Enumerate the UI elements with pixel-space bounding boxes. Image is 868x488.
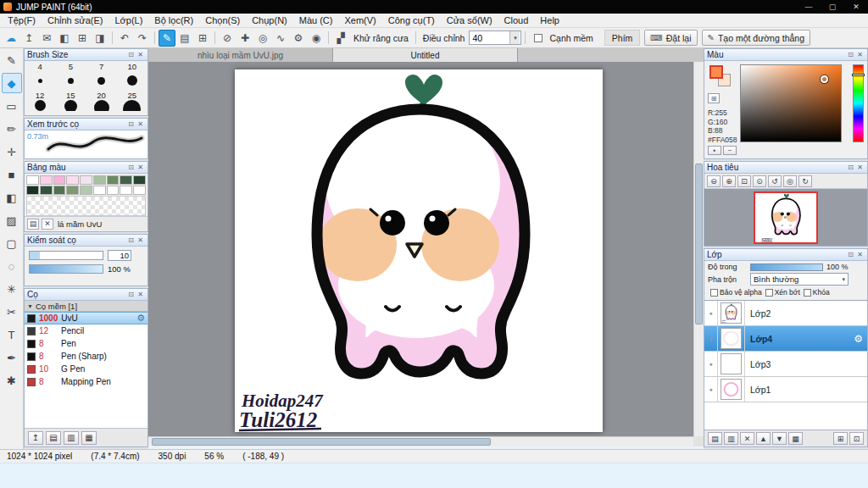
minimize-button[interactable]: —	[797, 0, 821, 14]
horizontal-scrollbar[interactable]	[148, 436, 693, 446]
navigator-area[interactable]	[704, 189, 867, 246]
palette-swatch[interactable]	[40, 175, 53, 185]
brush-mode-icon[interactable]: ✎	[159, 30, 175, 47]
add-brush-icon[interactable]: ▤	[46, 431, 61, 445]
eyedropper-tool-icon[interactable]: ✒	[2, 347, 22, 368]
panel-collapse-icon[interactable]: ⊡	[846, 164, 855, 171]
menu-cloud[interactable]: Cloud	[498, 15, 535, 25]
move-layer-down-icon[interactable]: ▼	[772, 432, 787, 445]
tab-untitled[interactable]: Untitled	[333, 48, 518, 62]
brush-row-pen-sharp[interactable]: 8 Pen (Sharp)	[25, 350, 147, 363]
palette-swatch[interactable]	[40, 186, 53, 195]
palette-swatch[interactable]	[80, 175, 92, 185]
color-marker[interactable]	[821, 75, 828, 83]
palette-swatch[interactable]	[26, 186, 39, 195]
menu-mau[interactable]: Màu (C)	[293, 15, 339, 25]
snap-curve-icon[interactable]: ∿	[272, 30, 289, 47]
duplicate-brush-icon[interactable]: ▥	[64, 431, 79, 445]
brush-size-value[interactable]: 12	[25, 90, 55, 100]
saturation-value-picker[interactable]	[740, 64, 842, 142]
grid-icon[interactable]: ⊞	[194, 30, 211, 47]
zoom-in-icon[interactable]: ⊕	[722, 175, 736, 187]
fill-rect-tool-icon[interactable]: ■	[2, 164, 22, 185]
panel-collapse-icon[interactable]: ⊡	[126, 291, 136, 298]
layer-visibility-icon[interactable]: ●	[704, 377, 718, 402]
alpha-lock-checkbox[interactable]	[710, 289, 718, 297]
drawing-canvas[interactable]	[235, 69, 603, 432]
soft-edge-checkbox[interactable]	[534, 34, 542, 42]
actual-size-icon[interactable]: ⊙	[753, 175, 766, 187]
palette-swatch[interactable]	[26, 175, 39, 185]
delete-color-icon[interactable]: ✕	[42, 219, 53, 230]
navigator-thumbnail[interactable]	[754, 191, 818, 244]
export-icon[interactable]: ↥	[20, 30, 37, 47]
divide-tool-icon[interactable]: ✂	[2, 302, 22, 322]
panel-collapse-icon[interactable]: ⊡	[126, 51, 136, 58]
tab-nhiu-loai-mam[interactable]: nhìu loại mầm UvU.jpg	[148, 48, 333, 62]
panel-collapse-icon[interactable]: ⊡	[126, 164, 136, 171]
brush-size-dot[interactable]	[123, 100, 141, 111]
swatch-grid-toggle-icon[interactable]: ⊞	[708, 93, 720, 103]
snap-circle-icon[interactable]: ◎	[254, 30, 271, 47]
delete-layer-icon[interactable]: ✕	[740, 432, 754, 445]
brush-tool-icon[interactable]: ✎	[2, 50, 22, 70]
panel-close-icon[interactable]: ✕	[136, 164, 145, 171]
add-layer-icon[interactable]: ▤	[708, 432, 722, 445]
panel-close-icon[interactable]: ✕	[855, 251, 865, 258]
move-layer-up-icon[interactable]: ▲	[756, 432, 771, 445]
canvas-viewport[interactable]	[148, 62, 693, 436]
layer-visibility-icon[interactable]: ●	[704, 301, 718, 325]
adjust-dropdown-icon[interactable]: ▾	[509, 31, 520, 44]
menu-chon[interactable]: Chọn(S)	[199, 15, 246, 25]
panel-collapse-icon[interactable]: ⊡	[846, 51, 855, 58]
adjust-input[interactable]	[470, 31, 509, 44]
vertical-scrollbar-thumb[interactable]	[695, 164, 703, 324]
menu-cua-so[interactable]: Cửa sổ(W)	[441, 15, 498, 25]
brush-size-value[interactable]: 25	[117, 90, 147, 100]
comment-icon[interactable]: ✉	[38, 30, 55, 47]
palette-swatch[interactable]	[120, 175, 132, 185]
brush-size-value[interactable]: 4	[25, 61, 55, 71]
menu-chinh-sua[interactable]: Chỉnh sửa(E)	[42, 15, 108, 25]
palette-swatch[interactable]	[133, 186, 146, 195]
rect-select-tool-icon[interactable]: ▭	[2, 96, 22, 116]
fit-screen-icon[interactable]: ⊡	[737, 175, 751, 187]
brush-row-gpen[interactable]: 10 G Pen	[25, 363, 147, 375]
brush-row-uvu[interactable]: 1000 UvU ⚙	[25, 312, 147, 324]
brush-opacity-slider[interactable]	[29, 264, 103, 274]
hand-tool-icon[interactable]: ✱	[2, 370, 22, 391]
brush-size-value[interactable]: 10	[117, 61, 147, 71]
brush-size-dot[interactable]	[97, 77, 105, 85]
panel-close-icon[interactable]: ✕	[136, 120, 145, 128]
layer-opacity-slider[interactable]	[750, 263, 823, 271]
panel-close-icon[interactable]: ✕	[855, 164, 865, 171]
panel-left-icon[interactable]: ◧	[56, 30, 73, 47]
merge-layer-icon[interactable]: ⊞	[833, 432, 848, 445]
layer-visibility-icon[interactable]: ●	[704, 326, 718, 351]
palette-swatch[interactable]	[107, 175, 120, 185]
brush-size-value[interactable]: 15	[55, 90, 86, 100]
palette-swatch[interactable]	[66, 186, 79, 195]
gradient-tool-icon[interactable]: ▨	[2, 210, 22, 230]
duplicate-layer-icon[interactable]: ▥	[724, 432, 738, 445]
brush-row-pen[interactable]: 8 Pen	[25, 337, 147, 350]
layer-row-lop4[interactable]: ● Lớp4 ⚙	[704, 326, 867, 352]
panel-close-icon[interactable]: ✕	[136, 51, 145, 58]
panel-collapse-icon[interactable]: ⊡	[846, 251, 855, 258]
brush-size-value[interactable]: 5	[55, 61, 86, 71]
move-tool-icon[interactable]: ✛	[2, 141, 22, 162]
layer-visibility-icon[interactable]: ●	[704, 352, 718, 376]
layer-row-lop2[interactable]: ● Lớp2	[704, 301, 867, 326]
hue-marker[interactable]	[852, 74, 865, 76]
brush-size-value[interactable]: 20	[86, 90, 117, 100]
bucket-tool-icon[interactable]: ◧	[2, 187, 22, 208]
panel-right-icon[interactable]: ◨	[92, 30, 108, 47]
palette-swatch[interactable]	[80, 186, 92, 195]
palette-swatch[interactable]	[66, 175, 79, 185]
reset-button[interactable]: ⌨ Đặt lại	[644, 30, 697, 46]
layer-menu-icon[interactable]: ⊡	[849, 432, 864, 445]
hatch-icon[interactable]: ▤	[176, 30, 193, 47]
text-tool-icon[interactable]: T	[2, 324, 22, 345]
collapse-color-icon[interactable]: −	[723, 146, 737, 155]
brush-size-slider[interactable]	[29, 251, 103, 260]
